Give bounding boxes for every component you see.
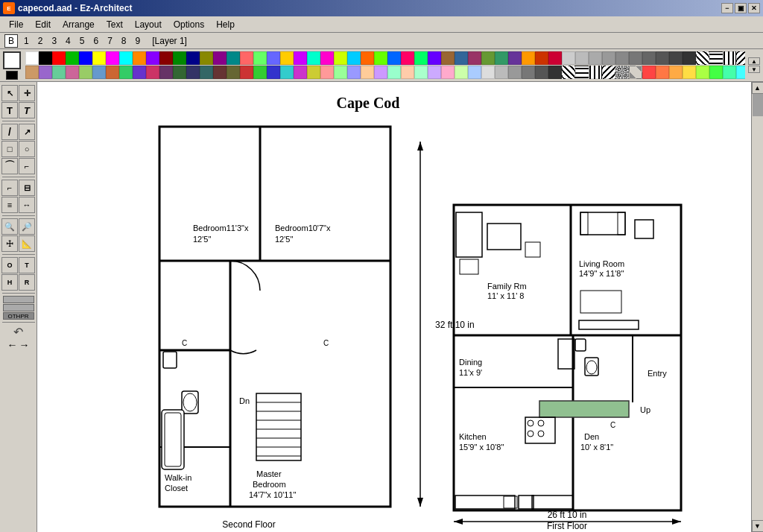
maximize-button[interactable]: ▣ [735, 3, 747, 13]
palette-color[interactable] [374, 66, 387, 79]
canvas-area[interactable]: Cape Cod C C Bedroom11'3"x 12'5" Bedroom… [37, 82, 751, 532]
dimension-tool[interactable]: ↔ [19, 197, 35, 213]
palette-color[interactable] [361, 66, 374, 79]
palette-color[interactable] [39, 51, 52, 65]
palette-color[interactable] [656, 66, 669, 79]
palette-color[interactable] [683, 51, 696, 65]
menu-file[interactable]: File [3, 18, 29, 31]
measure-tool[interactable]: 📐 [19, 235, 35, 252]
layer-6[interactable]: 6 [90, 35, 101, 47]
palette-color[interactable] [629, 51, 642, 65]
palette-color[interactable] [146, 51, 159, 65]
palette-color[interactable] [455, 51, 468, 65]
zoom-out-tool[interactable]: 🔎 [19, 218, 35, 235]
menu-text[interactable]: Text [101, 18, 129, 31]
arc-tool[interactable]: ⌒ [1, 158, 18, 174]
palette-color[interactable] [401, 51, 414, 65]
minimize-button[interactable]: − [721, 3, 733, 13]
symbol-tool[interactable]: O [1, 257, 18, 273]
palette-color[interactable] [522, 51, 535, 65]
palette-color[interactable] [52, 66, 66, 79]
polyline-tool[interactable]: ⌐ [19, 158, 35, 174]
palette-color[interactable] [548, 51, 562, 65]
palette-color[interactable] [455, 66, 468, 79]
scroll-track[interactable] [753, 94, 763, 520]
palette-color[interactable] [307, 66, 320, 79]
palette-color[interactable] [736, 66, 745, 79]
palette-color[interactable] [280, 66, 294, 79]
palette-color[interactable] [280, 51, 294, 65]
menu-layout[interactable]: Layout [129, 18, 168, 31]
stair-tool[interactable]: ≡ [1, 197, 18, 213]
palette-color[interactable] [213, 66, 227, 79]
ellipse-tool[interactable]: ○ [19, 141, 35, 157]
palette-color[interactable] [227, 66, 240, 79]
pointer-tool[interactable]: ↖ [1, 85, 18, 101]
menu-arrange[interactable]: Arrange [57, 18, 101, 31]
palette-color[interactable] [25, 51, 39, 65]
palette-color[interactable] [25, 66, 39, 79]
hatch-tool[interactable]: H [1, 274, 18, 291]
palette-color[interactable] [159, 51, 173, 65]
close-button[interactable]: ✕ [748, 3, 760, 13]
palette-color[interactable] [347, 51, 361, 65]
palette-pattern[interactable] [575, 66, 589, 79]
palette-color[interactable] [307, 51, 320, 65]
pan-tool[interactable]: ☩ [1, 235, 18, 252]
scroll-up-button[interactable]: ▲ [752, 82, 764, 94]
palette-color[interactable] [186, 66, 200, 79]
palette-color[interactable] [414, 66, 428, 79]
palette-color[interactable] [508, 66, 522, 79]
palette-color[interactable] [213, 51, 227, 65]
palette-color[interactable] [669, 66, 683, 79]
palette-color[interactable] [642, 66, 656, 79]
palette-color[interactable] [320, 66, 334, 79]
palette-color[interactable] [79, 51, 92, 65]
palette-color[interactable] [669, 51, 683, 65]
current-color-black[interactable] [6, 71, 18, 80]
palette-color[interactable] [253, 66, 267, 79]
palette-color[interactable] [119, 66, 133, 79]
palette-color[interactable] [535, 66, 548, 79]
palette-color[interactable] [334, 51, 347, 65]
palette-color[interactable] [133, 51, 146, 65]
palette-color[interactable] [441, 66, 455, 79]
palette-color[interactable] [387, 66, 401, 79]
palette-color[interactable] [522, 66, 535, 79]
undo-icon[interactable]: ↶ [13, 325, 23, 339]
layer-8[interactable]: 8 [118, 35, 130, 47]
palette-color[interactable] [159, 66, 173, 79]
palette-color[interactable] [723, 66, 736, 79]
palette-color[interactable] [52, 51, 66, 65]
move-tool[interactable]: ✛ [19, 85, 35, 101]
palette-color[interactable] [361, 51, 374, 65]
palette-color[interactable] [92, 66, 106, 79]
door-tool[interactable]: ⌐ [1, 180, 18, 196]
palette-color[interactable] [267, 51, 280, 65]
palette-color[interactable] [709, 66, 723, 79]
palette-scroll-down[interactable]: ▼ [748, 66, 760, 73]
palette-color[interactable] [401, 66, 414, 79]
palette-color[interactable] [253, 51, 267, 65]
nav-right[interactable]: → [19, 339, 30, 351]
palette-color[interactable] [66, 66, 79, 79]
palette-pattern[interactable] [562, 66, 575, 79]
palette-color[interactable] [562, 51, 575, 65]
palette-scroll-up[interactable]: ▲ [748, 57, 760, 65]
text-tool-1[interactable]: T [1, 102, 18, 118]
palette-color[interactable] [240, 51, 253, 65]
palette-color[interactable] [106, 66, 119, 79]
menu-edit[interactable]: Edit [29, 18, 57, 31]
palette-color[interactable] [535, 51, 548, 65]
palette-color[interactable] [106, 51, 119, 65]
text3-tool[interactable]: T [19, 257, 35, 273]
palette-pattern[interactable] [589, 66, 602, 79]
layer-b[interactable]: B [4, 34, 18, 48]
palette-color[interactable] [696, 66, 709, 79]
arrow-tool[interactable]: ↗ [19, 124, 35, 140]
palette-pattern[interactable] [602, 66, 615, 79]
palette-color[interactable] [320, 51, 334, 65]
palette-color[interactable] [294, 66, 307, 79]
palette-color[interactable] [589, 51, 602, 65]
layer-5[interactable]: 5 [77, 35, 88, 47]
